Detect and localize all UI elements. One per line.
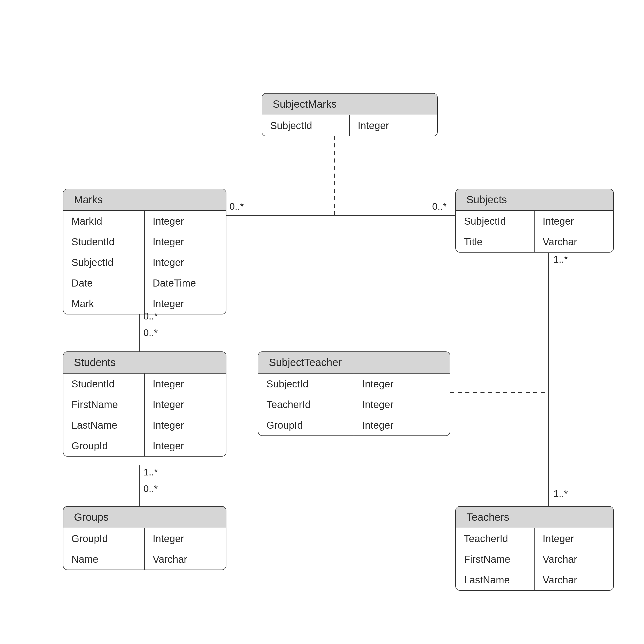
entity-title: Teachers xyxy=(456,507,613,528)
entity-title: SubjectTeacher xyxy=(258,352,450,374)
attr-name: FirstName xyxy=(456,549,535,570)
attribute-row: GroupId Integer xyxy=(63,528,226,549)
attr-type: Integer xyxy=(535,211,613,231)
attr-name: SubjectId xyxy=(258,374,354,394)
entity-subjectmarks: SubjectMarks SubjectId Integer xyxy=(262,93,438,136)
attr-name: FirstName xyxy=(63,394,145,415)
attr-type: Integer xyxy=(145,394,226,415)
attribute-row: StudentId Integer xyxy=(63,231,226,252)
attribute-row: LastName Varchar xyxy=(456,570,613,590)
diagram-canvas: SubjectMarks SubjectId Integer Marks Mar… xyxy=(0,0,644,644)
attr-name: StudentId xyxy=(63,231,145,252)
attribute-row: SubjectId Integer xyxy=(456,211,613,231)
attribute-row: Name Varchar xyxy=(63,549,226,570)
attr-name: GroupId xyxy=(63,435,145,456)
attr-type: Varchar xyxy=(535,549,613,570)
attribute-row: FirstName Integer xyxy=(63,394,226,415)
attr-type: Varchar xyxy=(535,231,613,252)
attr-type: Varchar xyxy=(535,570,613,590)
entity-title: Subjects xyxy=(456,189,613,211)
attr-type: Varchar xyxy=(145,549,226,570)
attr-type: Integer xyxy=(145,435,226,456)
entity-title: SubjectMarks xyxy=(262,94,437,115)
attr-name: StudentId xyxy=(63,374,145,394)
attr-type: Integer xyxy=(145,415,226,435)
attr-name: SubjectId xyxy=(262,115,350,136)
attr-name: Mark xyxy=(63,293,145,314)
attr-type: Integer xyxy=(145,231,226,252)
multiplicity-students-top: 0..* xyxy=(143,328,158,338)
entity-title: Students xyxy=(63,352,226,374)
attr-name: GroupId xyxy=(258,415,354,435)
attribute-row: SubjectId Integer xyxy=(63,252,226,273)
attribute-row: SubjectId Integer xyxy=(262,115,437,136)
multiplicity-subjects-left: 0..* xyxy=(432,201,447,212)
entity-groups: Groups GroupId Integer Name Varchar xyxy=(63,506,226,570)
attr-name: LastName xyxy=(63,415,145,435)
attribute-row: Title Varchar xyxy=(456,231,613,252)
attr-name: LastName xyxy=(456,570,535,590)
entity-students: Students StudentId Integer FirstName Int… xyxy=(63,351,226,457)
attr-name: TeacherId xyxy=(456,528,535,549)
multiplicity-marks-right: 0..* xyxy=(229,201,244,212)
multiplicity-groups-top: 0..* xyxy=(143,484,158,494)
entity-title: Groups xyxy=(63,507,226,528)
entity-teachers: Teachers TeacherId Integer FirstName Var… xyxy=(455,506,614,591)
attr-type: Integer xyxy=(145,211,226,231)
attribute-row: Date DateTime xyxy=(63,273,226,293)
entity-marks: Marks MarkId Integer StudentId Integer S… xyxy=(63,189,226,314)
attribute-row: TeacherId Integer xyxy=(258,394,450,415)
attr-type: Integer xyxy=(350,115,437,136)
attr-name: SubjectId xyxy=(63,252,145,273)
attribute-row: TeacherId Integer xyxy=(456,528,613,549)
attr-name: Name xyxy=(63,549,145,570)
attr-name: MarkId xyxy=(63,211,145,231)
entity-subjects: Subjects SubjectId Integer Title Varchar xyxy=(455,189,614,253)
attribute-row: GroupId Integer xyxy=(258,415,450,435)
attr-type: Integer xyxy=(354,374,450,394)
attribute-row: GroupId Integer xyxy=(63,435,226,456)
attr-name: TeacherId xyxy=(258,394,354,415)
attribute-row: StudentId Integer xyxy=(63,374,226,394)
attr-type: Integer xyxy=(354,394,450,415)
multiplicity-marks-bottom: 0..* xyxy=(143,311,158,322)
attribute-row: MarkId Integer xyxy=(63,211,226,231)
attr-type: Integer xyxy=(145,252,226,273)
attribute-row: LastName Integer xyxy=(63,415,226,435)
attr-type: Integer xyxy=(535,528,613,549)
attr-type: Integer xyxy=(354,415,450,435)
attr-type: Integer xyxy=(145,528,226,549)
attr-name: Title xyxy=(456,231,535,252)
attr-name: SubjectId xyxy=(456,211,535,231)
multiplicity-teachers-top: 1..* xyxy=(553,489,568,499)
attr-name: Date xyxy=(63,273,145,293)
attribute-row: SubjectId Integer xyxy=(258,374,450,394)
attribute-row: FirstName Varchar xyxy=(456,549,613,570)
multiplicity-students-bottom: 1..* xyxy=(143,467,158,478)
attr-name: GroupId xyxy=(63,528,145,549)
entity-subjectteacher: SubjectTeacher SubjectId Integer Teacher… xyxy=(258,351,450,436)
multiplicity-subjects-bottom: 1..* xyxy=(553,254,568,265)
attr-type: DateTime xyxy=(145,273,226,293)
entity-title: Marks xyxy=(63,189,226,211)
attr-type: Integer xyxy=(145,374,226,394)
